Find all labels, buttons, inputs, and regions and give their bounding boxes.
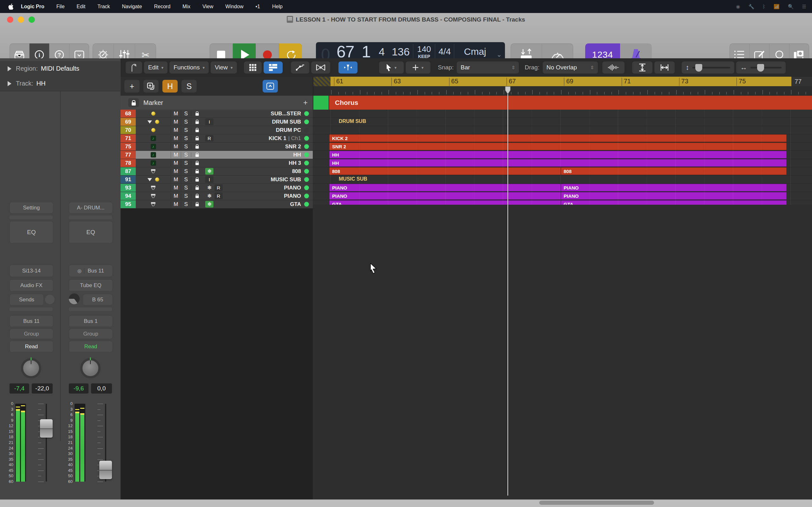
wrench-icon[interactable]: 🔧 (748, 4, 754, 9)
pan-knob[interactable] (80, 358, 101, 378)
bar-ruler[interactable]: 6163656769717375 (313, 77, 792, 86)
track-number[interactable]: 69 (120, 118, 136, 126)
track-name[interactable]: KICK 1| Ch1 (269, 135, 301, 142)
strip-output-slot[interactable]: Bus 1 (69, 316, 113, 327)
track-name[interactable]: DRUM SUB (272, 119, 301, 125)
region-piano[interactable]: PIANO (329, 184, 561, 191)
disclosure-triangle-icon[interactable] (8, 66, 11, 71)
disclosure-triangle-icon[interactable] (148, 120, 152, 124)
track-name[interactable]: DRUM PC (276, 127, 301, 133)
vertical-zoom-thumb[interactable] (695, 64, 702, 72)
track-mute-button[interactable]: M (171, 185, 181, 191)
track-header-drum-pc[interactable]: 70MSDRUM PC (120, 126, 313, 134)
track-name[interactable]: GTA (290, 201, 301, 208)
track-mute-button[interactable]: M (171, 168, 181, 175)
arrange-lane-3[interactable]: KICK 2 (313, 134, 812, 143)
freeze-icon[interactable]: ❄ (205, 184, 213, 191)
functions-menu-button[interactable]: Functions▾ (169, 61, 209, 73)
arrange-empty-area[interactable] (313, 205, 812, 499)
track-header-snr-2[interactable]: 75♪MSSNR 2 (120, 143, 313, 151)
track-number[interactable]: 70 (120, 126, 136, 134)
track-header-music-sub[interactable]: 91MSIMUSIC SUB (120, 176, 313, 184)
track-solo-button[interactable]: S (181, 193, 191, 199)
input-monitor-button[interactable]: I (205, 118, 213, 125)
freeze-icon[interactable]: ❄ (205, 193, 213, 199)
track-solo-button[interactable]: S (181, 201, 191, 208)
track-header-808[interactable]: 87MS❄808 (120, 167, 313, 176)
region-808[interactable]: 808 (329, 167, 561, 175)
track-mute-button[interactable]: M (171, 152, 181, 158)
menu-item-logic-pro[interactable]: Logic Pro (15, 4, 50, 9)
add-marker-button[interactable]: + (303, 98, 308, 107)
region-hh[interactable]: HH (329, 151, 786, 158)
horizontal-zoom-thumb[interactable] (757, 64, 764, 72)
arrange-lane-0[interactable] (313, 110, 812, 118)
track-number[interactable]: 95 (120, 200, 136, 208)
volume-fader[interactable] (99, 461, 112, 479)
hide-tracks-button[interactable]: H (162, 80, 177, 93)
track-protect-button[interactable] (191, 144, 203, 149)
track-mute-button[interactable]: M (171, 176, 181, 183)
solo-tracks-button[interactable]: S (182, 80, 197, 93)
strip-eq-button[interactable]: EQ (69, 221, 113, 243)
arrange-lane-2[interactable] (313, 126, 812, 134)
track-name[interactable]: SUB...STER (271, 111, 301, 117)
track-header-hh-3[interactable]: 78♪MSHH 3 (120, 159, 313, 167)
strip-send-slot[interactable]: B 65 (83, 294, 113, 305)
waveform-zoom-button[interactable] (602, 61, 624, 73)
marker-segment-green[interactable] (313, 96, 328, 110)
edit-menu-button[interactable]: Edit▾ (144, 61, 167, 73)
menu-item-view[interactable]: View (196, 4, 219, 9)
grid-view-icon[interactable] (244, 61, 262, 73)
track-protect-button[interactable] (191, 193, 203, 199)
arrange-lane-10[interactable]: PIANOPIANO (313, 192, 812, 200)
snap-dropdown[interactable]: Bar⇳ (457, 61, 519, 73)
menu-item-window[interactable]: Window (219, 4, 250, 9)
lcd-chevron-icon[interactable]: ⌄ (496, 51, 505, 58)
strip-send-bar[interactable] (9, 307, 53, 311)
record-enable-button[interactable]: R (214, 184, 223, 191)
region-hh[interactable]: HH (329, 159, 786, 167)
pointer-tool-button[interactable]: ▾ (379, 61, 404, 73)
strip-audio-fx-slot[interactable]: Audio FX (9, 279, 53, 291)
freeze-icon[interactable]: ❄ (205, 168, 213, 175)
region-piano[interactable]: PIANO (561, 184, 786, 191)
track-protect-button[interactable] (191, 128, 203, 132)
track-name[interactable]: SNR 2 (285, 144, 301, 150)
track-solo-button[interactable]: S (181, 144, 191, 150)
track-solo-button[interactable]: S (181, 119, 191, 125)
horizontal-scrollbar[interactable] (539, 501, 654, 505)
track-mute-button[interactable]: M (171, 111, 181, 117)
volume-value[interactable]: 0,0 (91, 383, 112, 394)
send-knob[interactable] (45, 295, 55, 304)
menu-item-track[interactable]: Track (91, 4, 116, 9)
apple-menu-icon[interactable] (8, 3, 14, 10)
track-number[interactable]: 78 (120, 159, 136, 167)
vertical-zoom-slider[interactable]: ↕ (681, 61, 734, 73)
disclosure-triangle-icon[interactable] (8, 81, 11, 86)
region-piano[interactable]: PIANO (329, 192, 561, 200)
track-protect-button[interactable] (191, 111, 203, 116)
secondary-tool-button[interactable]: ▾ (406, 61, 430, 73)
menu-item-record[interactable]: Record (148, 4, 177, 9)
track-protect-button[interactable] (191, 119, 203, 124)
arrange-lane-9[interactable]: PIANOPIANO (313, 184, 812, 192)
menu-item-edit[interactable]: Edit (71, 4, 92, 9)
track-number[interactable]: 91 (120, 176, 136, 183)
track-solo-button[interactable]: S (181, 135, 191, 142)
marker-lock-icon[interactable] (128, 98, 139, 107)
track-mute-button[interactable]: M (171, 160, 181, 166)
drag-dropdown[interactable]: No Overlap⇳ (543, 61, 598, 73)
arrange-lane-5[interactable]: HH (313, 151, 812, 159)
strip-eq-button[interactable]: EQ (9, 221, 53, 243)
track-inspector-header[interactable]: Track: HH (0, 76, 120, 91)
track-header-gta[interactable]: 95MS❄GTA (120, 200, 313, 209)
track-protect-button[interactable] (191, 185, 203, 190)
wifi-icon[interactable]: 📶 (774, 4, 780, 9)
track-protect-button[interactable] (191, 202, 203, 207)
track-solo-button[interactable]: S (181, 168, 191, 175)
record-enable-button[interactable]: R (214, 193, 223, 199)
track-number[interactable]: 75 (120, 143, 136, 151)
playhead[interactable] (507, 87, 508, 496)
track-name[interactable]: PIANO (284, 185, 301, 191)
